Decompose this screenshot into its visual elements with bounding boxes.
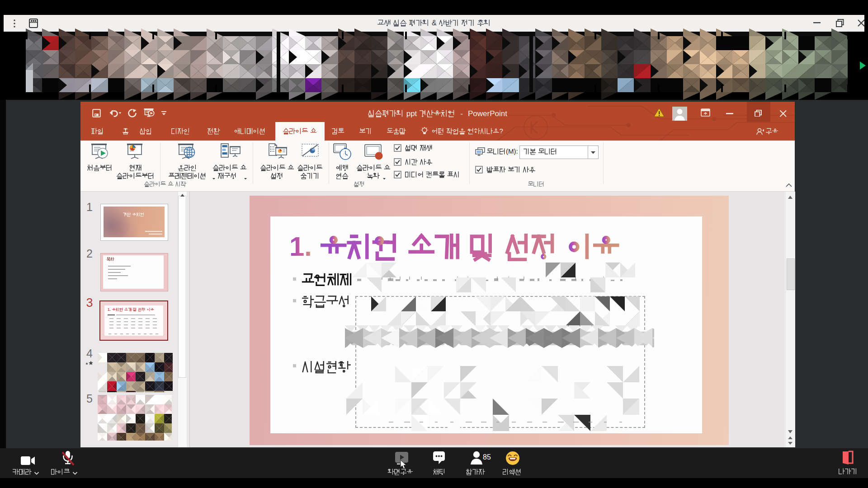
svg-text:(M):: (M): xyxy=(506,147,518,155)
svg-text:-: - xyxy=(460,109,463,118)
svg-text:&: & xyxy=(432,19,437,27)
svg-text:ppt: ppt xyxy=(406,109,417,118)
svg-text:1.: 1. xyxy=(108,307,111,312)
svg-text:PowerPoint: PowerPoint xyxy=(468,109,507,118)
svg-text:?: ? xyxy=(499,127,503,135)
svg-text:1.: 1. xyxy=(289,231,312,262)
